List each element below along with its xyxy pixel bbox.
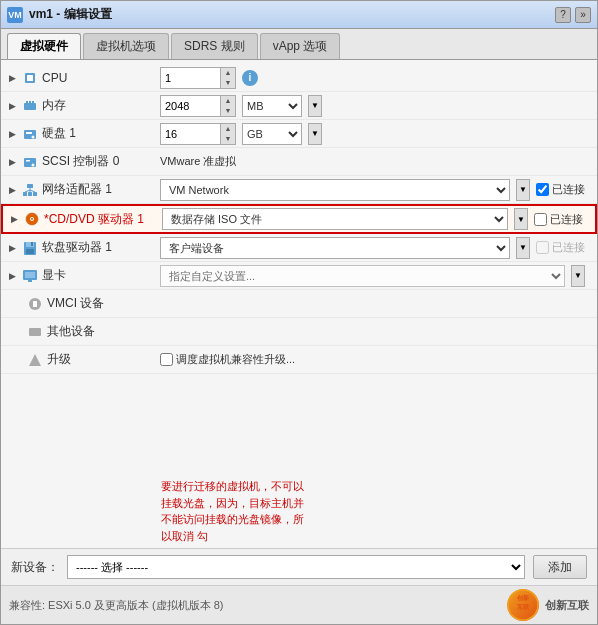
cdrom-left: ▶ *CD/DVD 驱动器 1 [7, 211, 162, 228]
upgrade-check-text: 调度虚拟机兼容性升级... [176, 352, 295, 367]
svg-point-21 [31, 218, 33, 220]
svg-rect-30 [33, 301, 37, 307]
network-expand-icon[interactable]: ▶ [9, 185, 16, 195]
other-icon [27, 324, 43, 340]
svg-rect-2 [24, 103, 36, 110]
svg-text:创新: 创新 [516, 594, 530, 601]
network-left: ▶ 网络适配器 1 [5, 181, 160, 198]
cdrom-select[interactable]: 数据存储 ISO 文件 [162, 208, 508, 230]
cpu-value-input[interactable] [160, 67, 220, 89]
scsi-row: ▶ SCSI 控制器 0 VMware 准虚拟 [1, 148, 597, 176]
disk-right: ▲ ▼ GB MB ▼ [160, 123, 593, 145]
new-device-select[interactable]: ------ 选择 ------ [67, 555, 525, 579]
display-select[interactable]: 指定自定义设置... [160, 265, 565, 287]
disk-spin-down[interactable]: ▼ [221, 134, 235, 144]
vmci-label: VMCI 设备 [47, 295, 104, 312]
cpu-spin-buttons: ▲ ▼ [220, 67, 236, 89]
display-left: ▶ 显卡 [5, 267, 160, 284]
network-select[interactable]: VM Network [160, 179, 510, 201]
network-right: VM Network ▼ 已连接 [160, 179, 593, 201]
other-label: 其他设备 [47, 323, 95, 340]
brand-name: 创新互联 [545, 598, 589, 613]
memory-row: ▶ 内存 ▲ ▼ MB G [1, 92, 597, 120]
new-device-label: 新设备： [11, 559, 59, 576]
cdrom-connected-checkbox[interactable] [534, 213, 547, 226]
memory-right: ▲ ▼ MB GB ▼ [160, 95, 593, 117]
svg-rect-31 [29, 328, 41, 336]
memory-value-input[interactable] [160, 95, 220, 117]
svg-rect-15 [33, 192, 37, 196]
memory-spin-up[interactable]: ▲ [221, 96, 235, 106]
cdrom-dropdown-btn[interactable]: ▼ [514, 208, 528, 230]
note-area: 要进行迁移的虚拟机，不可以 挂载光盘，因为，目标主机并 不能访问挂载的光盘镜像，… [1, 474, 597, 548]
cpu-left: ▶ CPU [5, 70, 160, 86]
tab-hardware[interactable]: 虚拟硬件 [7, 33, 81, 59]
upgrade-checkbox[interactable] [160, 353, 173, 366]
svg-rect-8 [26, 132, 32, 134]
floppy-row: ▶ 软盘驱动器 1 客户端设备 ▼ 已连接 [1, 234, 597, 262]
tabs-bar: 虚拟硬件 虚拟机选项 SDRS 规则 vApp 选项 [1, 29, 597, 60]
status-bar: 兼容性: ESXi 5.0 及更高版本 (虚拟机版本 8) 创新 互联 创新互联 [1, 585, 597, 624]
network-connected-checkbox[interactable] [536, 183, 549, 196]
display-dropdown-btn[interactable]: ▼ [571, 265, 585, 287]
cpu-expand-icon[interactable]: ▶ [9, 73, 16, 83]
disk-spin-up[interactable]: ▲ [221, 124, 235, 134]
svg-rect-11 [26, 160, 30, 162]
memory-expand-icon[interactable]: ▶ [9, 101, 16, 111]
floppy-dropdown-btn[interactable]: ▼ [516, 237, 530, 259]
floppy-select[interactable]: 客户端设备 [160, 237, 510, 259]
cpu-spin-down[interactable]: ▼ [221, 78, 235, 88]
floppy-right: 客户端设备 ▼ 已连接 [160, 237, 593, 259]
disk-expand-icon[interactable]: ▶ [9, 129, 16, 139]
main-window: VM vm1 - 编辑设置 ? » 虚拟硬件 虚拟机选项 SDRS 规则 vAp… [0, 0, 598, 625]
help-button[interactable]: ? [555, 7, 571, 23]
disk-dropdown-btn[interactable]: ▼ [308, 123, 322, 145]
window-icon: VM [7, 7, 23, 23]
svg-rect-3 [26, 101, 28, 104]
cpu-label: CPU [42, 71, 67, 85]
svg-rect-5 [32, 101, 34, 104]
memory-icon [22, 98, 38, 114]
upgrade-right: 调度虚拟机兼容性升级... [160, 352, 593, 367]
vmci-left: VMCI 设备 [5, 295, 160, 312]
display-label: 显卡 [42, 267, 66, 284]
upgrade-label: 升级 [47, 351, 71, 368]
floppy-icon [22, 240, 38, 256]
display-expand-icon[interactable]: ▶ [9, 271, 16, 281]
other-left: 其他设备 [5, 323, 160, 340]
memory-unit-select[interactable]: MB GB [242, 95, 302, 117]
svg-point-7 [32, 135, 35, 138]
disk-value-input[interactable] [160, 123, 220, 145]
close-button[interactable]: » [575, 7, 591, 23]
memory-left: ▶ 内存 [5, 97, 160, 114]
cpu-spin-up[interactable]: ▲ [221, 68, 235, 78]
scsi-icon [22, 154, 38, 170]
floppy-label: 软盘驱动器 1 [42, 239, 112, 256]
cpu-info-icon[interactable]: i [242, 70, 258, 86]
brand-logo: 创新 互联 创新互联 [507, 589, 589, 621]
content-area: ▶ CPU ▲ ▼ i [1, 60, 597, 585]
tab-sdrs[interactable]: SDRS 规则 [171, 33, 258, 59]
floppy-connected-checkbox[interactable] [536, 241, 549, 254]
memory-spin-down[interactable]: ▼ [221, 106, 235, 116]
svg-text:互联: 互联 [517, 603, 530, 610]
tab-vapp[interactable]: vApp 选项 [260, 33, 341, 59]
network-dropdown-btn[interactable]: ▼ [516, 179, 530, 201]
tab-vm-options[interactable]: 虚拟机选项 [83, 33, 169, 59]
scsi-value: VMware 准虚拟 [160, 154, 236, 169]
add-device-button[interactable]: 添加 [533, 555, 587, 579]
cdrom-row: ▶ *CD/DVD 驱动器 1 数据存储 ISO 文件 ▼ 已连接 [1, 204, 597, 234]
floppy-connected-label: 已连接 [536, 240, 585, 255]
cdrom-expand-icon[interactable]: ▶ [11, 214, 18, 224]
vmci-row: VMCI 设备 [1, 290, 597, 318]
floppy-expand-icon[interactable]: ▶ [9, 243, 16, 253]
network-connected-label: 已连接 [536, 182, 585, 197]
disk-unit-select[interactable]: GB MB [242, 123, 302, 145]
scsi-expand-icon[interactable]: ▶ [9, 157, 16, 167]
disk-icon [22, 126, 38, 142]
network-icon [22, 182, 38, 198]
memory-dropdown-btn[interactable]: ▼ [308, 95, 322, 117]
cdrom-label: *CD/DVD 驱动器 1 [44, 211, 144, 228]
svg-rect-13 [23, 192, 27, 196]
note-text: 要进行迁移的虚拟机，不可以 挂载光盘，因为，目标主机并 不能访问挂载的光盘镜像，… [161, 480, 304, 542]
